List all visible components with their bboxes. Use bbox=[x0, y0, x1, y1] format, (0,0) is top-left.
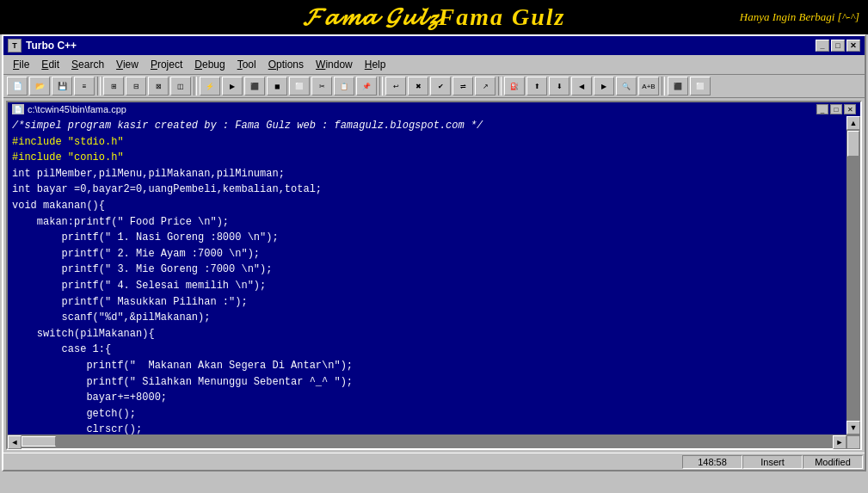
banner-title: 𝓕𝓪𝓶𝓪 𝓖𝓾𝓵𝔃 bbox=[303, 3, 439, 32]
menu-edit[interactable]: Edit bbox=[36, 57, 65, 72]
maximize-button[interactable]: □ bbox=[831, 40, 845, 52]
tb-19[interactable]: ✔ bbox=[430, 77, 451, 96]
tb-new[interactable]: 📄 bbox=[7, 77, 28, 96]
tb-7[interactable]: ⊠ bbox=[148, 77, 169, 96]
scroll-track-h[interactable] bbox=[22, 435, 833, 448]
menu-help[interactable]: Help bbox=[360, 57, 391, 72]
editor-close[interactable]: ✕ bbox=[844, 104, 856, 114]
tb-25[interactable]: ◀ bbox=[571, 77, 592, 96]
tb-29[interactable]: ⬛ bbox=[668, 77, 688, 96]
status-position: 148:58 bbox=[682, 455, 742, 469]
vertical-scrollbar[interactable]: ▲ ▼ bbox=[846, 116, 860, 434]
sep-4 bbox=[498, 77, 502, 96]
scroll-down-btn[interactable]: ▼ bbox=[846, 421, 860, 434]
code-editor[interactable]: /*simpel program kasir created by : Fama… bbox=[8, 116, 846, 434]
tb-8[interactable]: ◫ bbox=[170, 77, 191, 96]
tb-12[interactable]: ◼ bbox=[267, 77, 287, 96]
menu-search[interactable]: Search bbox=[66, 57, 109, 72]
editor-minimize[interactable]: _ bbox=[816, 104, 828, 114]
tb-11[interactable]: ⬛ bbox=[244, 77, 265, 96]
editor-filename: c:\tcwin45\bin\fama.cpp bbox=[28, 104, 126, 114]
status-mode: Insert bbox=[742, 455, 803, 469]
tb-4[interactable]: ≡ bbox=[74, 77, 95, 96]
sep-1 bbox=[97, 77, 101, 96]
tb-22[interactable]: ⛽ bbox=[504, 77, 525, 96]
title-bar: T Turbo C++ _ □ ✕ bbox=[3, 36, 865, 55]
tb-30[interactable]: ⬜ bbox=[690, 77, 711, 96]
sep-2 bbox=[194, 77, 197, 96]
editor-maximize[interactable]: □ bbox=[830, 104, 842, 114]
tb-open[interactable]: 📂 bbox=[29, 77, 50, 96]
tb-20[interactable]: ⇌ bbox=[452, 77, 473, 96]
tb-16[interactable]: 📌 bbox=[356, 77, 377, 96]
menu-bar: File Edit Search View Project Debug Tool… bbox=[3, 55, 865, 75]
menu-window[interactable]: Window bbox=[311, 57, 358, 72]
scroll-up-btn[interactable]: ▲ bbox=[846, 116, 860, 130]
tb-28[interactable]: A+B bbox=[638, 77, 659, 96]
close-button[interactable]: ✕ bbox=[846, 40, 860, 52]
tb-27[interactable]: 🔍 bbox=[616, 77, 637, 96]
scroll-left-btn[interactable]: ◄ bbox=[8, 435, 22, 449]
menu-options[interactable]: Options bbox=[263, 57, 309, 72]
tb-5[interactable]: ⊞ bbox=[103, 77, 124, 96]
banner: 𝓕𝓪𝓶𝓪 𝓖𝓾𝓵𝔃 Fama Gulz Hanya Ingin Berbagi … bbox=[0, 0, 868, 34]
toolbar-1: 📄 📂 💾 ≡ ⊞ ⊟ ⊠ ◫ ⚡ ▶ ⬛ ◼ ⬜ ✂ 📋 📌 ↩ ✖ ✔ ⇌ … bbox=[3, 75, 865, 98]
tb-save[interactable]: 💾 bbox=[52, 77, 72, 96]
window-controls: _ □ ✕ bbox=[816, 40, 860, 52]
menu-tool[interactable]: Tool bbox=[232, 57, 262, 72]
banner-title-text: Fama Gulz bbox=[439, 3, 566, 31]
editor-window: 📄 c:\tcwin45\bin\fama.cpp _ □ ✕ /*simpel… bbox=[6, 101, 862, 450]
tb-23[interactable]: ⬆ bbox=[526, 77, 547, 96]
scroll-corner bbox=[846, 435, 860, 449]
banner-subtitle: Hanya Ingin Berbagi [^-^] bbox=[740, 10, 859, 24]
tb-24[interactable]: ⬇ bbox=[549, 77, 569, 96]
tb-14[interactable]: ✂ bbox=[311, 77, 332, 96]
status-state: Modified bbox=[803, 455, 863, 469]
status-bar: 148:58 Insert Modified bbox=[3, 453, 865, 470]
scroll-right-btn[interactable]: ► bbox=[833, 435, 846, 449]
tb-26[interactable]: ▶ bbox=[594, 77, 614, 96]
tb-10[interactable]: ▶ bbox=[222, 77, 243, 96]
tb-9[interactable]: ⚡ bbox=[200, 77, 220, 96]
code-area[interactable]: /*simpel program kasir created by : Fama… bbox=[8, 116, 860, 434]
editor-title-bar: 📄 c:\tcwin45\bin\fama.cpp _ □ ✕ bbox=[8, 102, 860, 116]
tb-21[interactable]: ↗ bbox=[475, 77, 496, 96]
minimize-button[interactable]: _ bbox=[816, 40, 829, 52]
tb-6[interactable]: ⊟ bbox=[126, 77, 146, 96]
scroll-track-v[interactable] bbox=[846, 130, 860, 421]
editor-file-icon: 📄 bbox=[12, 104, 24, 114]
horizontal-scrollbar-container[interactable]: ◄ ► bbox=[8, 434, 860, 448]
sep-3 bbox=[379, 77, 383, 96]
app-icon: T bbox=[8, 39, 22, 52]
menu-view[interactable]: View bbox=[111, 57, 144, 72]
editor-controls: _ □ ✕ bbox=[816, 104, 856, 114]
sep-5 bbox=[662, 77, 665, 96]
main-window: T Turbo C++ _ □ ✕ File Edit Search View … bbox=[2, 34, 866, 471]
tb-18[interactable]: ✖ bbox=[408, 77, 428, 96]
window-title: Turbo C++ bbox=[26, 40, 77, 52]
menu-debug[interactable]: Debug bbox=[189, 57, 230, 72]
tb-17[interactable]: ↩ bbox=[385, 77, 406, 96]
scroll-thumb-v[interactable] bbox=[847, 131, 859, 157]
scroll-thumb-h[interactable] bbox=[22, 436, 56, 447]
tb-13[interactable]: ⬜ bbox=[289, 77, 310, 96]
menu-project[interactable]: Project bbox=[145, 57, 188, 72]
menu-file[interactable]: File bbox=[8, 57, 34, 72]
tb-15[interactable]: 📋 bbox=[334, 77, 354, 96]
